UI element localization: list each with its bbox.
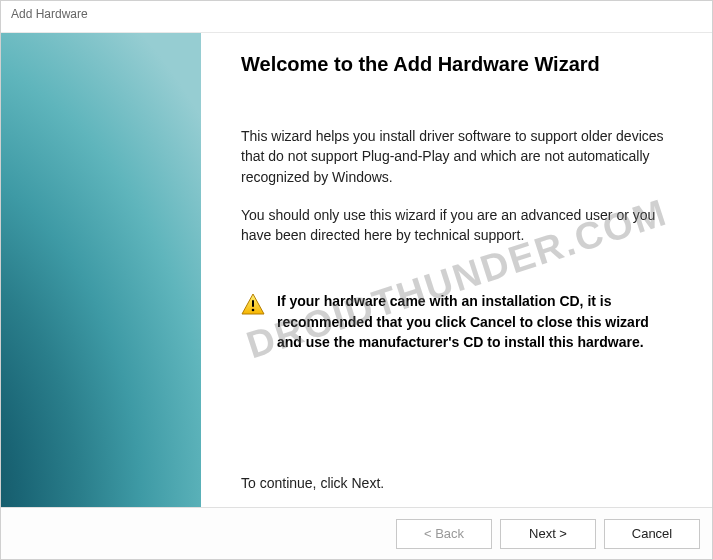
back-button[interactable]: < Back: [396, 519, 492, 549]
next-button[interactable]: Next >: [500, 519, 596, 549]
wizard-content: Welcome to the Add Hardware Wizard This …: [201, 33, 712, 507]
page-title: Welcome to the Add Hardware Wizard: [241, 53, 672, 76]
svg-rect-0: [252, 300, 254, 307]
wizard-window: Add Hardware Welcome to the Add Hardware…: [0, 0, 713, 560]
wizard-footer: < Back Next > Cancel: [1, 507, 712, 559]
warning-text: If your hardware came with an installati…: [277, 291, 672, 352]
warning-icon: [241, 293, 265, 315]
svg-point-1: [252, 309, 255, 312]
cancel-button[interactable]: Cancel: [604, 519, 700, 549]
window-title: Add Hardware: [11, 7, 88, 21]
wizard-body: Welcome to the Add Hardware Wizard This …: [1, 33, 712, 507]
intro-paragraph-1: This wizard helps you install driver sof…: [241, 126, 672, 187]
continue-text: To continue, click Next.: [241, 475, 672, 491]
wizard-side-graphic: [1, 33, 201, 507]
intro-paragraph-2: You should only use this wizard if you a…: [241, 205, 672, 246]
window-titlebar: Add Hardware: [1, 1, 712, 33]
warning-block: If your hardware came with an installati…: [241, 291, 672, 352]
